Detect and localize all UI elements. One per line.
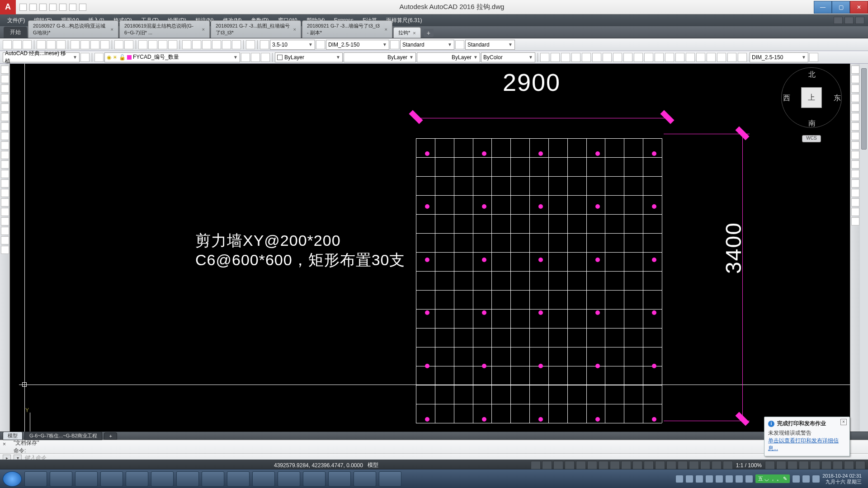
taskbar-app5-icon[interactable] bbox=[252, 471, 275, 487]
ellipse-icon[interactable] bbox=[1, 151, 9, 159]
taskbar-excel-icon[interactable] bbox=[126, 471, 148, 487]
dimupdate-icon[interactable] bbox=[738, 53, 747, 62]
minimize-button[interactable]: — bbox=[814, 1, 832, 14]
tolerance-icon[interactable] bbox=[675, 53, 684, 62]
command-history[interactable]: × "文档保存" 命令: bbox=[0, 440, 868, 453]
lock-ui-icon[interactable] bbox=[810, 461, 820, 470]
taskbar-app8-icon[interactable] bbox=[379, 471, 401, 487]
command-close-icon[interactable]: × bbox=[3, 441, 6, 447]
break-icon[interactable] bbox=[851, 170, 859, 178]
addselected-icon[interactable] bbox=[1, 246, 9, 254]
scale-icon[interactable] bbox=[851, 132, 859, 140]
view-cube[interactable]: 上 北 南 西 东 WCS bbox=[773, 64, 850, 145]
joglinear-icon[interactable] bbox=[707, 53, 716, 62]
balloon-close-icon[interactable]: × bbox=[840, 419, 847, 425]
hatch-icon[interactable] bbox=[1, 198, 9, 206]
pan-icon[interactable] bbox=[138, 40, 147, 49]
dim-baseline-icon[interactable] bbox=[634, 53, 643, 62]
line-icon[interactable] bbox=[1, 66, 9, 74]
grid-toggle-icon[interactable] bbox=[531, 461, 541, 470]
clean-screen-icon[interactable] bbox=[844, 461, 854, 470]
print-icon[interactable] bbox=[37, 40, 46, 49]
polyline-icon[interactable] bbox=[1, 84, 9, 93]
customize-status-icon[interactable] bbox=[855, 461, 865, 470]
polar-toggle-icon[interactable] bbox=[587, 461, 597, 470]
viewcube-top[interactable]: 上 bbox=[801, 87, 822, 108]
dim-aligned-icon[interactable] bbox=[551, 53, 560, 62]
dim-linear-icon[interactable] bbox=[540, 53, 549, 62]
mdi-minimize-icon[interactable] bbox=[834, 17, 843, 24]
layout-tab[interactable]: G-6~G-7栋住...~G-B2商业工程 bbox=[24, 432, 102, 440]
selection-filter-icon[interactable] bbox=[689, 461, 699, 470]
matchprop-icon[interactable] bbox=[100, 40, 109, 49]
coordinates-readout[interactable]: 4392579.9284, 422396.4747, 0.0000 bbox=[274, 462, 363, 469]
infer-toggle-icon[interactable] bbox=[553, 461, 563, 470]
calc-icon[interactable] bbox=[232, 40, 241, 49]
erase-icon[interactable] bbox=[851, 66, 859, 74]
compass-west[interactable]: 西 bbox=[783, 94, 790, 103]
dim-arc-icon[interactable] bbox=[561, 53, 570, 62]
dimstyle-gear-icon[interactable] bbox=[809, 53, 818, 62]
tray-network-icon[interactable] bbox=[802, 475, 810, 483]
tab-close-icon[interactable]: × bbox=[111, 27, 113, 32]
ortho-toggle-icon[interactable] bbox=[576, 461, 586, 470]
tablestyle-icon[interactable] bbox=[390, 40, 399, 49]
taskbar-folder-icon[interactable] bbox=[303, 471, 326, 487]
doc-tab-1[interactable]: 20180619混凝土结构总说明(G-6~G-7)旧* ...× bbox=[119, 20, 210, 38]
compass-south[interactable]: 南 bbox=[808, 119, 816, 128]
taskbar-app-icon[interactable] bbox=[75, 471, 98, 487]
circle-icon[interactable] bbox=[1, 122, 9, 131]
color-combo[interactable]: ByLayer▼ bbox=[275, 52, 343, 62]
copy-obj-icon[interactable] bbox=[851, 75, 859, 83]
join-icon[interactable] bbox=[851, 179, 859, 188]
table-icon[interactable] bbox=[1, 227, 9, 235]
dynamic-input-icon[interactable] bbox=[565, 461, 575, 470]
taskbar-app7-icon[interactable] bbox=[328, 471, 351, 487]
xline-icon[interactable] bbox=[1, 75, 9, 83]
qat-redo-icon[interactable] bbox=[79, 4, 86, 11]
annotation-scale[interactable]: 1:1 / 100% bbox=[734, 462, 764, 469]
plotstyle-combo[interactable]: ByColor▼ bbox=[481, 52, 535, 62]
taskbar-app4-icon[interactable] bbox=[227, 471, 250, 487]
tray-icon[interactable] bbox=[696, 475, 703, 483]
tray-icon[interactable] bbox=[716, 475, 723, 483]
properties-icon[interactable] bbox=[182, 40, 191, 49]
ellipse-arc-icon[interactable] bbox=[1, 160, 9, 169]
workspace-combo[interactable]: AutoCAD 经典...inese) 移植▼ bbox=[3, 52, 80, 62]
workspace-switch-icon[interactable] bbox=[765, 461, 775, 470]
rectangle-icon[interactable] bbox=[1, 103, 9, 112]
maximize-button[interactable]: ▢ bbox=[832, 1, 850, 14]
wcs-dropdown[interactable]: WCS bbox=[802, 135, 821, 142]
dim-quick-icon[interactable] bbox=[623, 53, 632, 62]
offset-icon[interactable] bbox=[851, 94, 859, 102]
qat-saveas-icon[interactable] bbox=[49, 4, 57, 11]
dimtedit-icon[interactable] bbox=[727, 53, 736, 62]
scrollbar-thumb[interactable] bbox=[861, 68, 867, 150]
iso-toggle-icon[interactable] bbox=[599, 461, 609, 470]
model-tab[interactable]: 模型 bbox=[3, 432, 23, 440]
move-icon[interactable] bbox=[851, 113, 859, 121]
make-block-icon[interactable] bbox=[1, 179, 9, 188]
publish-icon[interactable] bbox=[57, 40, 66, 49]
gizmo-icon[interactable] bbox=[700, 461, 710, 470]
preview-icon[interactable] bbox=[47, 40, 56, 49]
drawing-canvas[interactable]: 2900 3400 剪力墙XY@200*200 C6@600*600，矩形布置3… bbox=[19, 64, 850, 445]
doc-tab-0[interactable]: 20180927 G-8...构总说明(亚运城G地块)*× bbox=[28, 20, 118, 38]
selection-cycling-icon[interactable] bbox=[666, 461, 676, 470]
quick-props-icon[interactable] bbox=[799, 461, 809, 470]
dimstyle-icon[interactable] bbox=[316, 40, 325, 49]
copy-icon[interactable] bbox=[80, 40, 90, 49]
mdi-restore-icon[interactable] bbox=[844, 17, 854, 24]
dim-break-icon[interactable] bbox=[665, 53, 674, 62]
lineweight-toggle-icon[interactable] bbox=[644, 461, 654, 470]
help-icon[interactable] bbox=[246, 40, 255, 49]
markup-icon[interactable] bbox=[222, 40, 231, 49]
tablestyle-combo[interactable]: Standard▼ bbox=[400, 40, 454, 50]
open-icon[interactable] bbox=[13, 40, 22, 49]
dim-jogged-icon[interactable] bbox=[592, 53, 601, 62]
blend-icon[interactable] bbox=[851, 208, 859, 216]
toolpalette-icon[interactable] bbox=[202, 40, 211, 49]
region-icon[interactable] bbox=[1, 217, 9, 225]
fillet-icon[interactable] bbox=[851, 198, 859, 206]
arc-icon[interactable] bbox=[1, 113, 9, 121]
